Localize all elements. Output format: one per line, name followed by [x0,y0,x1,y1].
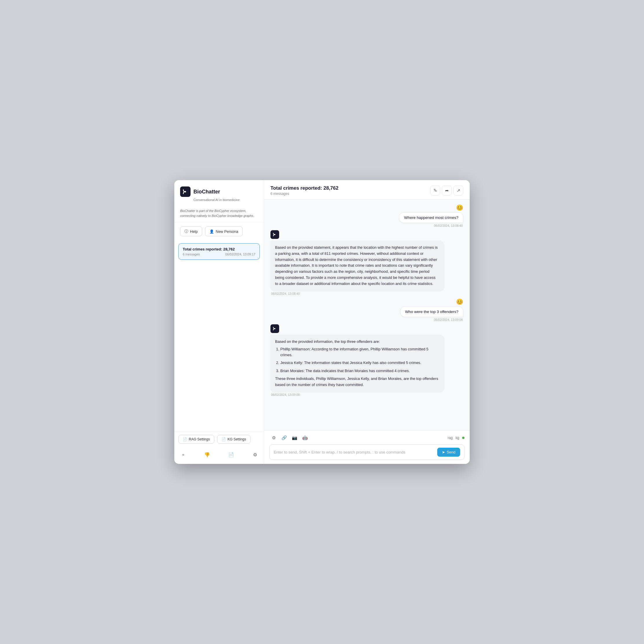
svg-point-2 [274,328,275,329]
kg-settings-icon: 📄 [222,437,226,441]
bot-list-item-3: Brian Morales: The data indicates that B… [280,368,440,374]
bot-timestamp-2: 06/02/2024, 13:09:08 [270,393,300,396]
bot-bubble-1: Based on the provided statement, it appe… [270,241,444,291]
conversation-title: Total crimes reported: 28,762 [183,247,255,251]
expand-button[interactable]: ↗ [453,186,463,195]
logo-row: BioChatter [180,186,258,197]
input-area: ⚙ 🔗 📷 🤖 rag kg ➤ Send [264,430,470,464]
status-indicator [462,437,464,439]
chat-title: Total crimes reported: 28,762 [270,185,339,191]
app-subtitle: Conversational AI in biomedicine [193,198,258,202]
bot-list: Phillip Williamson: According to the inf… [275,346,440,374]
user-message-1: 😊 Where happened most crimes? 06/02/2024… [270,204,463,227]
persona-icon: 👤 [209,229,214,234]
user-bubble-1: Where happened most crimes? [399,212,463,223]
bot-timestamp-1: 06/02/2024, 13:08:40 [270,292,300,295]
share-button[interactable]: ➦ [442,186,452,195]
input-toolbar: ⚙ 🔗 📷 🤖 rag kg [269,433,464,442]
emoji-button[interactable]: ⚙ [269,433,278,442]
help-button[interactable]: ⓘ Help [180,226,202,236]
thumbs-down-icon[interactable]: 👎 [202,450,212,459]
kg-settings-button[interactable]: 📄 KG Settings [217,435,250,444]
attachment-button[interactable]: 📷 [290,433,299,442]
bot-message-2: Based on the provided information, the t… [270,324,463,396]
app-description: BioChatter is part of the BioCypher ecos… [174,205,264,222]
chat-header-info: Total crimes reported: 28,762 6 messages [270,185,339,196]
document-icon[interactable]: 📄 [226,450,236,459]
rag-settings-icon: 📄 [183,437,187,441]
chat-message-count: 6 messages [270,192,339,196]
bot-intro: Based on the provided information, the t… [275,339,440,345]
sidebar-header: BioChatter Conversational AI in biomedic… [174,180,264,205]
input-row: ➤ Send [269,444,464,460]
user-timestamp-2: 06/02/2024, 13:09:08 [434,318,463,321]
send-icon: ➤ [442,450,445,454]
bot-logo-1 [270,230,279,239]
conversation-item[interactable]: Total crimes reported: 28,762 6 messages… [178,243,260,260]
new-persona-button[interactable]: 👤 New Persona [205,226,243,236]
chat-header: Total crimes reported: 28,762 6 messages… [264,180,470,200]
main-content: Total crimes reported: 28,762 6 messages… [264,180,470,464]
help-icon: ⓘ [184,229,188,234]
bot-outro: These three individuals, Phillip William… [275,376,440,388]
link-button[interactable]: 🔗 [280,433,288,442]
user-avatar-2: 😊 [456,298,463,305]
bot-list-item-2: Jessica Kelly: The information states th… [280,360,440,366]
edit-button[interactable]: ✎ [430,186,440,195]
chat-input[interactable] [274,449,434,455]
app-title: BioChatter [193,189,220,195]
conversation-list: Total crimes reported: 28,762 6 messages… [174,240,264,431]
user-message-2: 😊 Who were the top 3 offenders? 06/02/20… [270,298,463,321]
conversation-date: 06/02/2024, 13:09:17 [225,253,255,256]
rag-badge: rag [448,436,453,440]
sidebar-bottom-icons: ⚬ 👎 📄 ⚙ [174,447,264,464]
bot-list-item-1: Phillip Williamson: According to the inf… [280,346,440,358]
conversation-messages: 6 messages [183,253,200,256]
clock-icon[interactable]: ⚬ [178,450,188,459]
sidebar-footer: 📄 RAG Settings 📄 KG Settings [174,431,264,447]
svg-point-1 [274,234,275,235]
bot-bubble-2: Based on the provided information, the t… [270,335,444,392]
bot-message-1: Based on the provided statement, it appe… [270,230,463,295]
robot-button[interactable]: 🤖 [301,433,309,442]
sidebar: BioChatter Conversational AI in biomedic… [174,180,264,464]
conversation-meta: 6 messages 06/02/2024, 13:09:17 [183,253,255,256]
messages-area: 😊 Where happened most crimes? 06/02/2024… [264,200,470,430]
chat-header-actions: ✎ ➦ ↗ [430,186,463,195]
user-bubble-2: Who were the top 3 offenders? [400,306,463,317]
sidebar-actions: ⓘ Help 👤 New Persona [174,222,264,240]
user-timestamp-1: 06/02/2024, 13:08:40 [434,224,463,227]
app-window: BioChatter Conversational AI in biomedic… [174,180,470,464]
settings-icon[interactable]: ⚙ [250,450,260,459]
bot-logo-2 [270,324,279,333]
rag-settings-button[interactable]: 📄 RAG Settings [178,435,214,444]
app-logo-icon [180,186,191,197]
send-button[interactable]: ➤ Send [437,448,460,457]
user-avatar-1: 😊 [456,204,463,211]
kg-badge: kg [455,436,459,440]
svg-point-0 [185,191,186,193]
